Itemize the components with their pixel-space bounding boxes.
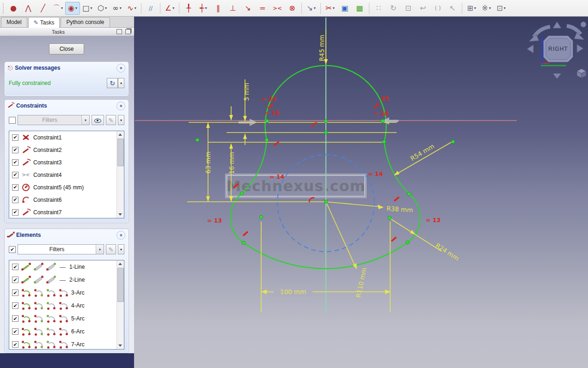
constraints-filter-select[interactable]: Filters ▾ <box>18 115 90 125</box>
viewport-3d[interactable]: Mechnexus.com <box>134 17 588 368</box>
dimension-label[interactable]: 16 mm <box>228 152 235 174</box>
constraint-value-label[interactable]: 25 <box>381 95 389 102</box>
create-bspline[interactable]: ∿▾ <box>124 2 139 15</box>
element-row[interactable]: ✔—1-Line <box>9 260 124 273</box>
tab-model[interactable]: Model <box>1 17 27 27</box>
move-sketch[interactable]: ↖ <box>445 2 460 15</box>
create-circle[interactable]: ◉▾ <box>65 2 80 15</box>
constraint-value-label[interactable]: = 14 <box>270 173 285 180</box>
constraint-row[interactable]: ✔Constraint4 <box>9 169 124 181</box>
tangent-constraint-mark[interactable] <box>391 236 397 242</box>
select-associated-constraints[interactable]: ∷ <box>371 2 386 15</box>
scroll-down-button[interactable] <box>117 211 123 218</box>
constraint-checkbox[interactable]: ✔ <box>12 209 18 216</box>
constraint-row[interactable]: ✔Constraint5 (45 mm) <box>9 181 124 193</box>
collapse-constraints-button[interactable]: » <box>116 102 125 110</box>
element-row[interactable]: ✔7-Arc <box>9 338 124 350</box>
select-elements-constraints[interactable]: ↻ <box>386 2 401 15</box>
create-slot[interactable]: ∞▾ <box>110 2 124 15</box>
element-row[interactable]: ✔6-Arc <box>9 325 124 338</box>
constraint-value-label[interactable]: = 18 <box>264 109 279 116</box>
dimension-label[interactable]: R45 mm <box>318 35 325 61</box>
sketch-point[interactable] <box>242 241 245 244</box>
select-origin[interactable]: ( ) <box>430 2 445 15</box>
element-checkbox[interactable]: ✔ <box>12 315 18 322</box>
carbon-copy[interactable]: ▩ <box>352 2 367 15</box>
element-checkbox[interactable]: ✔ <box>12 277 18 283</box>
sketch-point[interactable] <box>388 216 391 219</box>
sketch-point[interactable] <box>407 192 410 195</box>
constraint-row[interactable]: ✔Constraint2 <box>9 144 124 156</box>
refresh-dropdown[interactable]: ▾ <box>118 78 124 88</box>
render-order[interactable]: ⊡▾ <box>494 2 508 15</box>
constraint-checkbox[interactable]: ✔ <box>12 172 18 178</box>
tangent-constraint-mark[interactable] <box>242 231 248 236</box>
float-icon[interactable] <box>125 29 131 34</box>
element-row[interactable]: ✔3-Arc <box>9 286 124 299</box>
elements-settings-dropdown[interactable]: ▾ <box>118 244 124 254</box>
constraint-checkbox[interactable]: ✔ <box>12 184 18 191</box>
collapse-solver-button[interactable]: » <box>116 64 125 72</box>
tangent-constraint-mark[interactable] <box>374 103 380 109</box>
elements-master-checkbox[interactable]: ✔ <box>9 246 16 253</box>
constrain-parallel[interactable]: ∥ <box>211 2 226 15</box>
toolbar-handle[interactable] <box>2 3 5 14</box>
scroll-up-button[interactable] <box>117 260 123 267</box>
tab-python-console[interactable]: Python console <box>61 17 110 27</box>
arrow-right[interactable] <box>577 44 583 53</box>
element-checkbox[interactable]: ✔ <box>12 341 18 348</box>
arrow-left[interactable] <box>527 45 533 53</box>
constrain-horizontal-vertical[interactable]: ┽▾ <box>196 2 211 15</box>
mini-cube[interactable] <box>577 69 586 78</box>
select-conflicting-constraints[interactable]: ↩ <box>416 2 430 15</box>
constraint-value-label[interactable]: = 13 <box>426 217 441 223</box>
constraint-value-label[interactable]: = 13 <box>207 217 222 224</box>
view-dot[interactable] <box>581 22 586 27</box>
constraint-value-label[interactable]: = 18 <box>374 110 388 117</box>
sketch-point[interactable] <box>451 140 454 143</box>
dimension-label[interactable]: R24 mm <box>434 241 460 262</box>
create-arc[interactable]: ⌒▾ <box>50 2 65 15</box>
create-point[interactable]: ● <box>6 2 21 15</box>
sketch-point[interactable] <box>265 138 268 141</box>
sketch-outline[interactable] <box>230 66 420 269</box>
create-rectangle[interactable]: □▾ <box>80 2 95 15</box>
tangent-constraint-mark[interactable] <box>233 183 239 188</box>
create-polyline[interactable]: ⋀ <box>21 2 36 15</box>
scroll-thumb[interactable] <box>117 139 124 166</box>
arrow-up[interactable] <box>553 22 561 28</box>
constraint-checkbox[interactable]: ✔ <box>12 159 18 166</box>
elements-settings-button[interactable]: ✎ <box>106 244 116 254</box>
tangent-constraint-mark[interactable] <box>273 141 279 146</box>
constrain-equal[interactable]: = <box>255 2 270 15</box>
element-checkbox[interactable]: ✔ <box>12 302 18 309</box>
toggle-grid[interactable]: ⊞▾ <box>464 2 479 15</box>
element-row[interactable]: ✔—2-Line <box>9 273 124 286</box>
sketch-point[interactable] <box>259 215 263 218</box>
constraint-checkbox[interactable]: ✔ <box>12 134 18 141</box>
constrain-perpendicular[interactable]: ⊥ <box>226 2 240 15</box>
show-hide-constraints-button[interactable] <box>92 115 104 125</box>
constrain-tangent[interactable]: ↘ <box>240 2 255 15</box>
arrow-down[interactable] <box>553 73 561 79</box>
scroll-thumb[interactable] <box>117 268 124 302</box>
tab-tasks[interactable]: ✎ Tasks <box>28 17 60 28</box>
constrain-block[interactable]: ⊗ <box>285 2 300 15</box>
rotate-cw-arrow[interactable] <box>567 26 581 34</box>
constraint-row[interactable]: ✔Constraint7 <box>9 206 124 218</box>
element-row[interactable]: ✔4-Arc <box>9 299 124 312</box>
constraint-checkbox[interactable]: ✔ <box>12 197 18 203</box>
elements-filter-select[interactable]: Filters ▾ <box>18 244 104 254</box>
constraints-settings-dropdown[interactable]: ▾ <box>118 115 124 125</box>
sketch-point[interactable] <box>196 138 199 141</box>
sketch-point[interactable] <box>406 241 409 244</box>
dimension-lines[interactable] <box>187 29 452 312</box>
external-geometry[interactable]: ▣ <box>337 2 352 15</box>
constrain-distance-y[interactable]: ╀ <box>181 2 196 15</box>
scroll-down-button[interactable] <box>117 342 123 349</box>
sketch-point[interactable] <box>240 192 243 195</box>
toggle-construction-mode[interactable]: // <box>143 2 158 15</box>
constraint-value-label[interactable]: = 25 <box>262 96 276 103</box>
sketch-point[interactable] <box>324 131 327 134</box>
create-line[interactable]: ╱ <box>36 2 50 15</box>
